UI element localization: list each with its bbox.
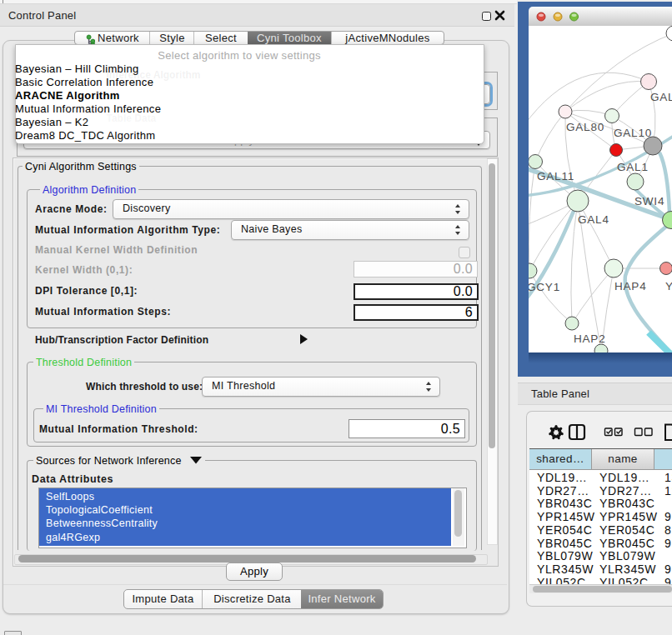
svg-text:HAP2: HAP2 — [574, 332, 605, 345]
svg-text:GAL80: GAL80 — [566, 121, 604, 133]
svg-text:HAP4: HAP4 — [614, 280, 646, 292]
svg-text:YKL: YKL — [665, 280, 672, 292]
svg-text:GAL1: GAL1 — [617, 161, 649, 173]
svg-text:GAL7: GAL7 — [650, 91, 672, 103]
svg-text:GAL11: GAL11 — [537, 170, 574, 182]
svg-text:GAL10: GAL10 — [614, 127, 652, 139]
svg-text:GAL4: GAL4 — [578, 213, 609, 226]
svg-text:GCY1: GCY1 — [529, 281, 560, 293]
svg-text:SWI4: SWI4 — [634, 195, 664, 208]
